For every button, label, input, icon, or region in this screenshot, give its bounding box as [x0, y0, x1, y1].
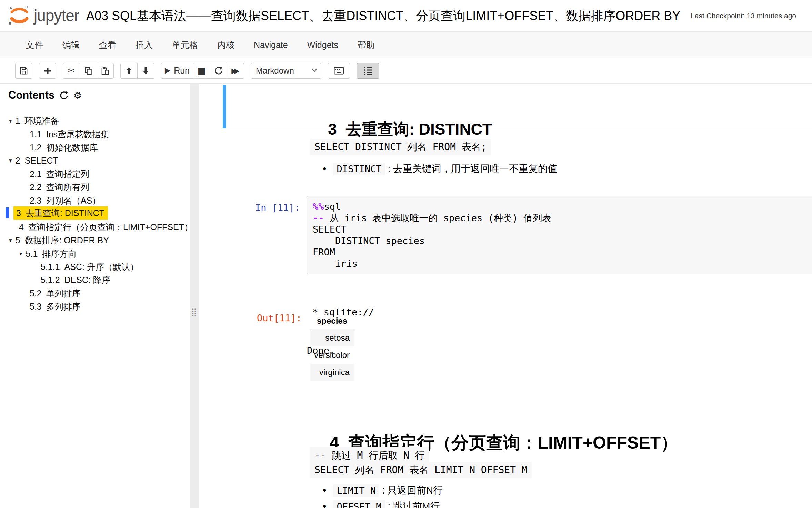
menubar: 文件 编辑 查看 插入 单元格 内核 Navigate Widgets 帮助 — [0, 32, 812, 58]
cut-cell-button[interactable]: ✂ — [63, 63, 80, 79]
toc-item-5[interactable]: ▾ 5 数据排序: ORDER BY — [9, 234, 109, 246]
interrupt-kernel-button[interactable]: ■ — [193, 63, 210, 79]
toc-item-label: 去重查询: DISTINCT — [26, 207, 104, 219]
offset-bullet: OFFSET M : 跳过前M行 — [323, 500, 440, 508]
menu-navigate[interactable]: Navigate — [244, 32, 298, 58]
copy-icon — [84, 66, 93, 75]
collapse-arrow-icon[interactable]: ▾ — [19, 250, 22, 257]
toc-active-marker — [6, 207, 9, 218]
limit-offset-syntax-comment: -- 跳过 M 行后取 N 行 — [310, 447, 429, 464]
arrow-up-icon — [125, 66, 133, 75]
toc-item-1-2[interactable]: 1.2 初始化数据库 — [30, 141, 98, 154]
paste-icon — [101, 66, 110, 75]
toolbar: ✂ — [0, 58, 812, 84]
notebook-title[interactable]: A03 SQL基本语法——查询数据SELECT、去重DISTINCT、分页查询L… — [86, 8, 680, 25]
menu-view[interactable]: 查看 — [89, 32, 126, 58]
paste-cell-button[interactable] — [97, 63, 114, 79]
copy-cell-button[interactable] — [80, 63, 97, 79]
toc-item-2-2[interactable]: 2.2 查询所有列 — [30, 181, 89, 193]
fast-forward-icon: ▶▶ — [231, 67, 240, 74]
menu-kernel[interactable]: 内核 — [208, 32, 244, 58]
table-column-header: species — [310, 313, 354, 329]
toc-settings-gear-icon[interactable]: ⚙ — [73, 90, 82, 101]
toc-item-label: 环境准备 — [24, 115, 59, 127]
toc-refresh-icon[interactable] — [59, 91, 69, 100]
menu-cell[interactable]: 单元格 — [162, 32, 208, 58]
cut-icon: ✂ — [68, 67, 75, 75]
save-button[interactable] — [15, 63, 32, 79]
code-cell-editor[interactable]: %%sql -- 从 iris 表中选取唯一的 species (种类) 值列表… — [307, 196, 812, 274]
toc-item-5-3[interactable]: 5.3 多列排序 — [30, 300, 81, 313]
toc-item-label: Iris鸢尾花数据集 — [46, 129, 109, 140]
move-cell-up-button[interactable] — [120, 63, 138, 79]
limit-bullet: LIMIT N : 只返回前N行 — [323, 484, 443, 497]
sql-result-table: species setosa versicolor virginica — [310, 313, 354, 381]
toc-item-label: 列别名（AS） — [46, 195, 101, 206]
comment-dash-token: -- — [313, 213, 324, 223]
menu-edit[interactable]: 编辑 — [53, 32, 89, 58]
inline-code: LIMIT N — [333, 484, 380, 497]
command-palette-button[interactable] — [328, 63, 350, 79]
checkpoint-status: Last Checkpoint: 13 minutes ago — [691, 12, 796, 20]
cell-type-select[interactable]: Markdown — [251, 63, 321, 79]
toc-item-3-active[interactable]: 3 去重查询: DISTINCT — [6, 207, 108, 219]
toc-item-5-2[interactable]: 5.2 单列排序 — [30, 287, 81, 300]
table-row: virginica — [310, 364, 354, 381]
arrow-down-icon — [142, 66, 150, 75]
restart-run-all-button[interactable]: ▶▶ — [227, 63, 244, 79]
toc-item-label: 数据排序: ORDER BY — [24, 235, 109, 246]
jupyter-wordmark: jupyter — [34, 6, 79, 25]
run-play-icon: ▶ — [165, 67, 170, 74]
keyboard-icon — [334, 67, 344, 75]
markdown-cell-distinct-syntax[interactable]: SELECT DISTINCT 列名 FROM 表名; — [310, 139, 491, 155]
toc-item-label: DESC: 降序 — [64, 274, 110, 286]
plus-icon — [43, 67, 52, 75]
stop-icon: ■ — [198, 66, 206, 75]
code-line: FROM — [313, 246, 812, 258]
restart-kernel-button[interactable] — [210, 63, 227, 79]
inline-code: SELECT 列名 FROM 表名 LIMIT N OFFSET M — [310, 462, 532, 478]
save-icon — [19, 66, 28, 75]
output-prompt: Out[11]: — [221, 313, 302, 323]
toc-item-label: 查询指定行（分页查询：LIMIT+OFFSET） — [28, 222, 193, 233]
menu-insert[interactable]: 插入 — [126, 32, 162, 58]
add-cell-button[interactable] — [39, 63, 56, 79]
input-prompt: In [11]: — [221, 202, 300, 213]
menu-file[interactable]: 文件 — [16, 32, 53, 58]
toc-item-5-1[interactable]: ▾ 5.1 排序方向 — [19, 247, 77, 260]
limit-offset-syntax-code: SELECT 列名 FROM 表名 LIMIT N OFFSET M — [310, 462, 532, 478]
toc-item-label: ASC: 升序（默认） — [64, 261, 139, 273]
collapse-arrow-icon[interactable]: ▾ — [9, 237, 12, 244]
menu-help[interactable]: 帮助 — [348, 32, 384, 58]
magic-token: %% — [313, 201, 324, 212]
menu-widgets[interactable]: Widgets — [298, 32, 348, 58]
run-label: Run — [174, 66, 190, 76]
toc-item-2-3[interactable]: 2.3 列别名（AS） — [30, 194, 101, 207]
inline-code: -- 跳过 M 行后取 N 行 — [310, 447, 429, 464]
toc-item-2[interactable]: ▾ 2 SELECT — [9, 154, 58, 167]
code-line: SELECT — [313, 224, 812, 235]
collapse-arrow-icon[interactable]: ▾ — [9, 157, 12, 164]
run-cell-button[interactable]: ▶ Run — [161, 63, 193, 79]
toc-item-1-1[interactable]: 1.1 Iris鸢尾花数据集 — [30, 128, 109, 140]
toc-item-4[interactable]: 4 查询指定行（分页查询：LIMIT+OFFSET） — [19, 221, 193, 233]
sidebar-drag-handle-icon[interactable]: ⣿ — [191, 307, 197, 317]
sql-syntax-code: SELECT DISTINCT 列名 FROM 表名; — [310, 139, 491, 155]
inline-code: DISTINCT — [333, 163, 385, 175]
header: jupyter A03 SQL基本语法——查询数据SELECT、去重DISTIN… — [0, 0, 812, 32]
toc-item-5-1-1[interactable]: 5.1.1 ASC: 升序（默认） — [41, 261, 139, 273]
collapse-arrow-icon[interactable]: ▾ — [9, 117, 12, 124]
toc-item-2-1[interactable]: 2.1 查询指定列 — [30, 168, 89, 180]
table-row: versicolor — [310, 346, 354, 364]
toc-active-highlight: 3 去重查询: DISTINCT — [13, 206, 108, 220]
move-cell-down-button[interactable] — [137, 63, 154, 79]
sidebar-resize-gutter[interactable]: ⣿ — [190, 84, 199, 508]
toggle-toc-button[interactable] — [357, 63, 379, 79]
toc-item-label: 排序方向 — [42, 248, 77, 260]
distinct-bullet: DISTINCT : 去重关键词，用于返回唯一不重复的值 — [323, 162, 557, 175]
toc-item-1[interactable]: ▾ 1 环境准备 — [9, 115, 59, 127]
toc-item-label: 单列排序 — [46, 288, 81, 299]
jupyter-logo[interactable]: jupyter — [8, 5, 79, 26]
chevron-down-icon — [312, 69, 317, 72]
toc-item-5-1-2[interactable]: 5.1.2 DESC: 降序 — [41, 274, 110, 286]
